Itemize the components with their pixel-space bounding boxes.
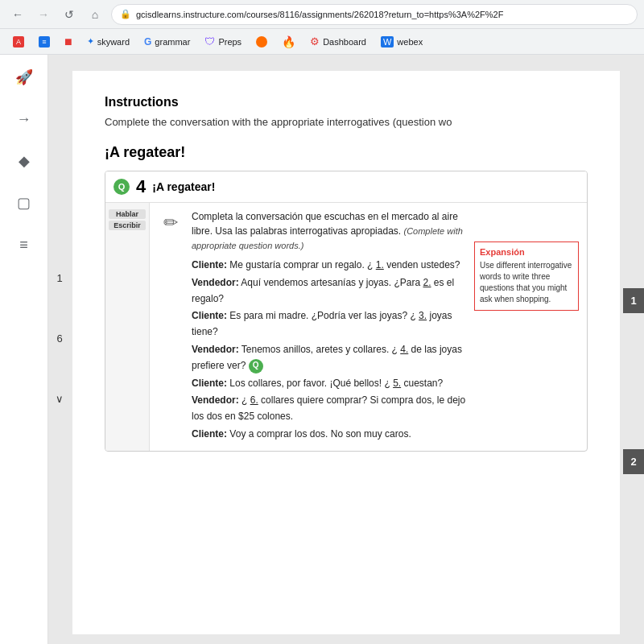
blank-6: 6. [250, 394, 258, 406]
dialogue-line-3: Cliente: Es para mi madre. ¿Podría ver l… [192, 308, 466, 341]
card-text-area: Completa la conversación que escuchas en… [192, 209, 466, 444]
line-7-text: Voy a comprar los dos. No son muy caros. [229, 428, 411, 440]
page-content: Instructions Complete the conversation w… [72, 71, 620, 634]
bookmark-b-icon: ≡ [39, 36, 50, 47]
speaker-5: Cliente: [192, 378, 227, 389]
dialogue-line-4: Vendedor: Tenemos anillos, aretes y coll… [192, 342, 466, 374]
activity-card: Q 4 ¡A regatear! Hablar Escribir [105, 171, 588, 452]
expansion-text: Use different interrogative words to wri… [480, 260, 573, 305]
left-sidebar: 🚀 → ◆ ▢ ≡ [0, 55, 48, 644]
instructions-section: Instructions Complete the conversation w… [105, 95, 588, 128]
card-labels: Hablar Escribir [105, 203, 150, 451]
sidebar-rocket-icon[interactable]: 🚀 [10, 63, 39, 92]
line-3-text: Es para mi madre. ¿Podría ver las joyas?… [192, 310, 452, 337]
orange-dot-icon [256, 36, 267, 47]
bookmark-dot[interactable] [250, 34, 274, 50]
q-badge-inline: Q [249, 359, 263, 374]
bookmark-fire[interactable]: 🔥 [275, 33, 302, 51]
speaker-2: Vendedor: [192, 277, 239, 288]
left-nav: 1 6 ∨ [48, 272, 71, 405]
bookmark-square-icon: ■ [64, 35, 72, 49]
nav-number-6[interactable]: 6 [56, 332, 62, 345]
dashboard-icon: ⚙ [310, 35, 320, 47]
browser-controls: ← → ↺ ⌂ [6, 3, 106, 26]
sidebar-pin-icon[interactable]: ◆ [10, 147, 39, 175]
skyward-label: skyward [97, 37, 130, 47]
nav-number-1[interactable]: 1 [56, 272, 62, 284]
dialogue: Cliente: Me gustaría comprar un regalo. … [192, 258, 466, 443]
dialogue-line-1: Cliente: Me gustaría comprar un regalo. … [192, 258, 466, 274]
hablar-label: Hablar [109, 209, 146, 219]
sidebar-square-icon[interactable]: ▢ [10, 188, 39, 217]
line-5-text: Los collares, por favor. ¡Qué bellos! ¿ … [229, 378, 443, 389]
preps-label: Preps [218, 37, 242, 47]
skyward-icon: ✦ [87, 36, 94, 47]
grammar-icon: G [144, 36, 151, 47]
bookmark-skyward[interactable]: ✦ skyward [80, 34, 136, 49]
webex-label: webex [397, 37, 423, 47]
expansion-box: Expansión Use different interrogative wo… [474, 242, 579, 311]
bookmark-preps[interactable]: 🛡 Preps [198, 33, 248, 50]
speaker-6: Vendedor: [192, 394, 239, 406]
bookmarks-bar: A ≡ ■ ✦ skyward G grammar 🛡 Preps 🔥 ⚙ Da… [0, 29, 644, 55]
bookmark-square[interactable]: ■ [58, 32, 79, 52]
speaker-4: Vendedor: [192, 344, 239, 355]
pencil-icon-container: ✏ [158, 209, 184, 444]
blank-3: 3. [419, 310, 427, 321]
escribir-label: Escribir [109, 221, 146, 230]
bookmark-b[interactable]: ≡ [32, 34, 56, 50]
grammar-label: grammar [155, 37, 190, 47]
dialogue-line-5: Cliente: Los collares, por favor. ¡Qué b… [192, 376, 466, 392]
right-badge-2[interactable]: 2 [623, 449, 644, 474]
webex-icon: W [381, 36, 394, 47]
browser-bar: ← → ↺ ⌂ 🔒 gcisdlearns.instructure.com/co… [0, 0, 644, 29]
preps-icon: 🛡 [204, 35, 215, 47]
speaker-1: Cliente: [192, 259, 227, 270]
card-header: Q 4 ¡A regatear! [105, 171, 587, 203]
nav-chevron[interactable]: ∨ [56, 393, 64, 405]
instructions-text: Complete the conversation with the appro… [105, 116, 588, 128]
home-button[interactable]: ⌂ [84, 3, 106, 26]
card-number: 4 [136, 176, 146, 197]
bookmark-webex[interactable]: W webex [374, 34, 429, 50]
q-badge: Q [114, 179, 130, 195]
speaker-7: Cliente: [192, 428, 227, 440]
blank-2: 2. [423, 277, 431, 288]
activity-title: ¡A regatear! [105, 144, 588, 161]
blank-4: 4. [400, 344, 408, 355]
bookmark-a-icon: A [13, 36, 24, 47]
bookmark-dashboard[interactable]: ⚙ Dashboard [303, 33, 373, 50]
reload-button[interactable]: ↺ [58, 3, 80, 26]
back-button[interactable]: ← [6, 3, 29, 26]
card-title: ¡A regatear! [152, 180, 215, 193]
lock-icon: 🔒 [120, 9, 131, 19]
dialogue-line-6: Vendedor: ¿ 6. collares quiere comprar? … [192, 393, 466, 425]
dialogue-line-7: Cliente: Voy a comprar los dos. No son m… [192, 427, 466, 443]
fire-icon: 🔥 [282, 35, 295, 48]
bookmark-grammar[interactable]: G grammar [138, 34, 196, 50]
blank-1: 1. [376, 259, 384, 270]
card-body: Hablar Escribir ✏ C [105, 203, 587, 451]
speaker-3: Cliente: [192, 310, 227, 321]
card-main: ✏ Completa la conversación que escuchas … [150, 203, 587, 451]
right-badge-1[interactable]: 1 [623, 288, 644, 313]
pencil-icon: ✏ [163, 213, 178, 233]
bookmark-a[interactable]: A [6, 34, 31, 50]
instruction-main: Completa la conversación que escuchas en… [192, 209, 466, 253]
blank-5: 5. [393, 378, 401, 389]
sidebar-arrow-icon[interactable]: → [10, 105, 39, 134]
activity-section: ¡A regatear! Q 4 ¡A regatear! Hablar [105, 144, 588, 452]
line-1-text: Me gustaría comprar un regalo. ¿ 1. vend… [229, 259, 460, 270]
content-area: 1 6 ∨ Instructions Complete the conversa… [48, 55, 644, 644]
expansion-title: Expansión [480, 247, 573, 257]
instructions-title: Instructions [105, 95, 588, 109]
address-bar[interactable]: 🔒 gcisdlearns.instructure.com/courses/81… [111, 4, 638, 25]
forward-button[interactable]: → [32, 3, 55, 26]
sidebar-menu-icon[interactable]: ≡ [10, 230, 39, 259]
dashboard-label: Dashboard [323, 37, 366, 47]
main-layout: 🚀 → ◆ ▢ ≡ 1 6 ∨ Instructions Complete th… [0, 55, 644, 644]
url-text: gcisdlearns.instructure.com/courses/8116… [136, 10, 503, 19]
dialogue-line-2: Vendedor: Aquí vendemos artesanías y joy… [192, 275, 466, 308]
